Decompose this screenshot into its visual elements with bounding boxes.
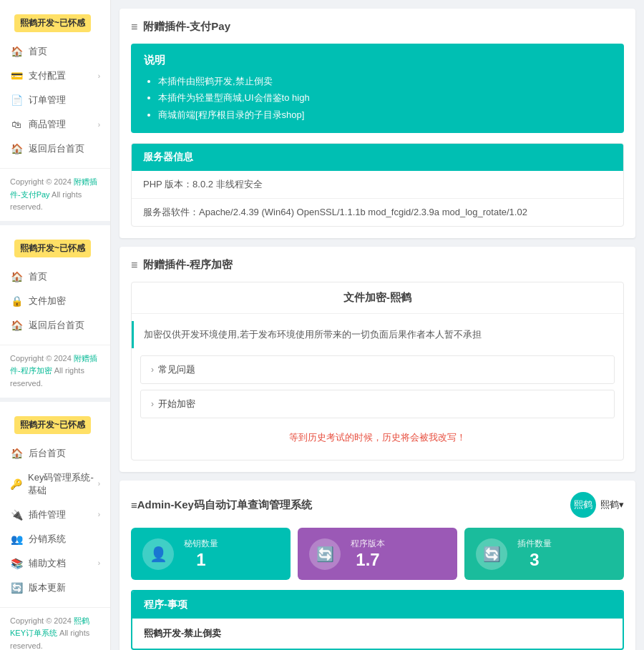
sidebar-menu-3: 🏠 后台首页 🔑 Key码管理系统-基础 › 🔌 插件管理 › 👥 分销系统 📚… <box>0 437 110 604</box>
sidebar-item-products[interactable]: 🛍 商品管理 › <box>0 112 110 137</box>
menu-icon-pay: ≡ <box>131 21 137 34</box>
sidebar-label-back-2: 返回后台首页 <box>29 319 84 332</box>
sidebar-section-3: 熙鹤开发~已怀感 🏠 后台首页 🔑 Key码管理系统-基础 › 🔌 插件管理 ›… <box>0 402 110 650</box>
panel-encrypt: ≡ 附赠插件-程序加密 文件加密-熙鹤 加密仅供开发环境使用,若于发布环境使用所… <box>119 247 635 472</box>
plugins-stat-icon: 🔄 <box>476 538 507 570</box>
user-dropdown[interactable]: 熙鹤 熙鹤▾ <box>570 492 624 518</box>
sidebar-item-docs[interactable]: 📚 辅助文档 › <box>0 551 110 576</box>
version-icon: 🔄 <box>309 538 341 570</box>
sidebar-label-products: 商品管理 <box>29 118 66 131</box>
menu-icon-admin: ≡ <box>131 499 137 511</box>
info-item-1: 本插件由熙鹤开发,禁止倒卖 <box>158 73 611 89</box>
sidebar-item-keymanage[interactable]: 🔑 Key码管理系统-基础 › <box>0 466 110 503</box>
version-info: 程序版本 1.7 <box>351 538 385 570</box>
info-box-pay: 说明 本插件由熙鹤开发,禁止倒卖 本插件为轻量型商城,UI会借鉴to high … <box>131 44 624 133</box>
docs-arrow: › <box>98 559 100 567</box>
sidebar-copyright-2: Copyright © 2024 附赠插件-程序加密 All rights re… <box>0 345 110 398</box>
sidebar-logo-3: 熙鹤开发~已怀感 <box>14 416 91 434</box>
payment-arrow: › <box>98 72 100 80</box>
sidebar-label-docs: 辅助文档 <box>29 557 66 570</box>
sidebar-label-dashboard: 后台首页 <box>29 447 66 460</box>
panel-encrypt-header: ≡ 附赠插件-程序加密 <box>131 258 624 272</box>
back-icon-1: 🏠 <box>10 142 23 155</box>
sidebar-item-distribution[interactable]: 👥 分销系统 <box>0 527 110 551</box>
sidebar-section-2: 熙鹤开发~已怀感 🏠 首页 🔒 文件加密 🏠 返回后台首页 Copyright … <box>0 225 110 398</box>
version-value: 1.7 <box>356 550 379 570</box>
sidebar-label-home-2: 首页 <box>29 270 47 283</box>
secrets-icon: 👤 <box>142 538 174 570</box>
stat-card-plugins: 🔄 插件数量 3 <box>464 528 624 580</box>
info-box-list: 本插件由熙鹤开发,禁止倒卖 本插件为轻量型商城,UI会借鉴to high 商城前… <box>144 73 611 123</box>
sidebar-container: 熙鹤开发~已怀感 🏠 首页 💳 支付配置 › 📄 订单管理 🛍 商品管理 › <box>0 0 111 650</box>
sidebar-item-update[interactable]: 🔄 版本更新 <box>0 576 110 600</box>
distribution-icon: 👥 <box>10 533 23 546</box>
sidebar-label-back-1: 返回后台首页 <box>29 142 84 155</box>
faq-caret: › <box>151 365 154 375</box>
start-caret: › <box>151 399 154 409</box>
payment-icon: 💳 <box>10 69 23 82</box>
program-items-header: 程序-事项 <box>132 591 623 619</box>
back-icon-2: 🏠 <box>10 319 23 332</box>
sidebar-item-plugins[interactable]: 🔌 插件管理 › <box>0 503 110 527</box>
faq-item[interactable]: › 常见问题 <box>140 355 615 384</box>
admin-key-header-left: ≡ Admin-Key码自动订单查询管理系统 <box>131 498 312 512</box>
sidebar-label-plugins: 插件管理 <box>29 508 66 521</box>
server-info-box: 服务器信息 PHP 版本：8.0.2 非线程安全 服务器软件：Apache/2.… <box>131 143 624 227</box>
sidebar-logo-1: 熙鹤开发~已怀感 <box>14 14 91 32</box>
dashboard-icon: 🏠 <box>10 447 23 460</box>
sidebar-label-payment: 支付配置 <box>29 69 66 82</box>
panel-admin-key: ≡ Admin-Key码自动订单查询管理系统 熙鹤 熙鹤▾ 👤 秘钥数量 1 🔄… <box>119 481 635 650</box>
sidebar-menu-2: 🏠 首页 🔒 文件加密 🏠 返回后台首页 <box>0 260 110 342</box>
docs-icon: 📚 <box>10 557 23 570</box>
key-icon: 🔑 <box>10 478 22 491</box>
encrypt-content-box: 文件加密-熙鹤 加密仅供开发环境使用,若于发布环境使用所带来的一切负面后果作者本… <box>131 282 624 461</box>
sidebar-label-keymanage: Key码管理系统-基础 <box>28 471 98 497</box>
sidebar-label-update: 版本更新 <box>29 581 66 594</box>
sidebar-item-back-1[interactable]: 🏠 返回后台首页 <box>0 137 110 161</box>
info-item-3: 商城前端[程序根目录的子目录shop] <box>158 107 611 123</box>
admin-key-header: ≡ Admin-Key码自动订单查询管理系统 熙鹤 熙鹤▾ <box>131 492 624 518</box>
stats-row: 👤 秘钥数量 1 🔄 程序版本 1.7 🔄 插件数量 3 <box>131 528 624 580</box>
sidebar-menu-1: 🏠 首页 💳 支付配置 › 📄 订单管理 🛍 商品管理 › 🏠 返回后台首页 <box>0 35 110 165</box>
sidebar-item-payment[interactable]: 💳 支付配置 › <box>0 64 110 88</box>
sidebar-item-home-1[interactable]: 🏠 首页 <box>0 39 110 64</box>
secrets-label: 秘钥数量 <box>184 538 218 550</box>
plugins-icon: 🔌 <box>10 508 23 521</box>
panel-pay: ≡ 附赠插件-支付Pay 说明 本插件由熙鹤开发,禁止倒卖 本插件为轻量型商城,… <box>119 9 635 238</box>
menu-icon-encrypt: ≡ <box>131 259 137 272</box>
secrets-value: 1 <box>196 550 205 570</box>
sidebar-item-dashboard[interactable]: 🏠 后台首页 <box>0 441 110 466</box>
panel-encrypt-title: 附赠插件-程序加密 <box>143 258 233 272</box>
plugins-stat-label: 插件数量 <box>517 538 552 550</box>
plugins-stat-value: 3 <box>530 550 539 570</box>
encrypt-file-title: 文件加密-熙鹤 <box>132 282 623 314</box>
sidebar-item-orders[interactable]: 📄 订单管理 <box>0 88 110 112</box>
update-icon: 🔄 <box>10 581 23 594</box>
sidebar-copyright-1: Copyright © 2024 附赠插件-支付Pay All rights r… <box>0 168 110 221</box>
plugins-arrow: › <box>98 511 100 518</box>
user-dropdown-label: 熙鹤▾ <box>600 498 624 511</box>
admin-key-title: Admin-Key码自动订单查询管理系统 <box>137 498 312 512</box>
program-items-box: 程序-事项 熙鹤开发-禁止倒卖 <box>131 590 624 650</box>
stat-card-secrets: 👤 秘钥数量 1 <box>131 528 291 580</box>
server-info-title: 服务器信息 <box>132 144 623 171</box>
start-label: 开始加密 <box>158 398 195 410</box>
sidebar-copyright-3: Copyright © 2024 熙鹤KEY订单系统 All rights re… <box>0 607 110 650</box>
panel-pay-title: 附赠插件-支付Pay <box>143 20 230 34</box>
version-label: 程序版本 <box>351 538 385 550</box>
sidebar-label-encrypt: 文件加密 <box>29 295 66 307</box>
encrypt-warning: 加密仅供开发环境使用,若于发布环境使用所带来的一切负面后果作者本人暂不承担 <box>132 321 623 348</box>
home-icon-2: 🏠 <box>10 270 23 283</box>
start-encrypt-item[interactable]: › 开始加密 <box>140 390 615 418</box>
panel-pay-header: ≡ 附赠插件-支付Pay <box>131 20 624 34</box>
encrypt-alert: 等到历史考试的时候，历史将会被我改写！ <box>140 424 615 451</box>
sidebar-item-home-2[interactable]: 🏠 首页 <box>0 265 110 289</box>
main-content: ≡ 附赠插件-支付Pay 说明 本插件由熙鹤开发,禁止倒卖 本插件为轻量型商城,… <box>111 0 644 650</box>
sidebar-label-home-1: 首页 <box>29 45 47 58</box>
encrypt-collapsibles: › 常见问题 › 开始加密 等到历史考试的时候，历史将会被我改写！ <box>132 355 623 460</box>
sidebar-item-encrypt[interactable]: 🔒 文件加密 <box>0 289 110 313</box>
secrets-info: 秘钥数量 1 <box>184 538 218 570</box>
sidebar-item-back-2[interactable]: 🏠 返回后台首页 <box>0 313 110 338</box>
sidebar-section-1: 熙鹤开发~已怀感 🏠 首页 💳 支付配置 › 📄 订单管理 🛍 商品管理 › <box>0 0 110 221</box>
server-info-row-php: PHP 版本：8.0.2 非线程安全 <box>132 171 623 199</box>
